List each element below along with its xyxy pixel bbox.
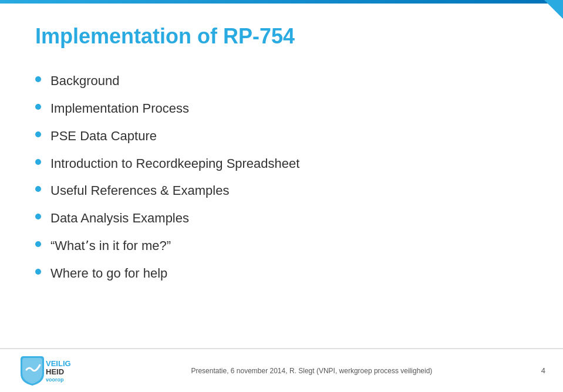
slide-content: Implementation of RP-754 BackgroundImple… [35, 23, 528, 339]
bullet-text: Where to go for help [50, 265, 167, 283]
footer-citation: Presentatie, 6 november 2014, R. Slegt (… [82, 367, 541, 375]
slide-title: Implementation of RP-754 [35, 23, 528, 49]
bullet-text: Introduction to Recordkeeping Spreadshee… [50, 155, 299, 173]
bullet-item: Useful References & Examples [35, 182, 528, 200]
footer-page-number: 4 [541, 366, 545, 375]
bullet-dot [35, 241, 41, 247]
bullet-item: Background [35, 72, 528, 90]
footer: VEILIG HEID voorop Presentatie, 6 novemb… [0, 348, 563, 392]
logo: VEILIG HEID voorop [18, 353, 70, 388]
bullet-text: Data Analysis Examples [50, 209, 189, 228]
svg-text:VEILIG: VEILIG [46, 359, 70, 368]
bullet-dot [35, 214, 41, 219]
bullet-dot [35, 104, 41, 110]
bullet-dot [35, 186, 41, 192]
top-arrow-accent [544, 0, 563, 19]
bullet-text: Useful References & Examples [50, 182, 229, 200]
bullet-dot [35, 269, 41, 275]
bullet-text: Background [50, 72, 119, 90]
bullet-item: Where to go for help [35, 265, 528, 283]
bullet-dot [35, 131, 41, 137]
svg-text:HEID: HEID [46, 367, 64, 376]
bullet-item: Introduction to Recordkeeping Spreadshee… [35, 155, 528, 173]
bullet-dot [35, 159, 41, 165]
bullet-list: BackgroundImplementation ProcessPSE Data… [35, 72, 528, 282]
bullet-item: PSE Data Capture [35, 127, 528, 146]
bullet-text: Implementation Process [50, 100, 189, 118]
bullet-text: PSE Data Capture [50, 127, 157, 146]
bullet-item: Implementation Process [35, 100, 528, 118]
bullet-item: “Whatʼs in it for me?” [35, 237, 528, 255]
svg-text:voorop: voorop [46, 377, 64, 383]
top-accent-bar [0, 0, 563, 4]
bullet-text: “Whatʼs in it for me?” [50, 237, 171, 255]
bullet-dot [35, 76, 41, 82]
bullet-item: Data Analysis Examples [35, 209, 528, 228]
